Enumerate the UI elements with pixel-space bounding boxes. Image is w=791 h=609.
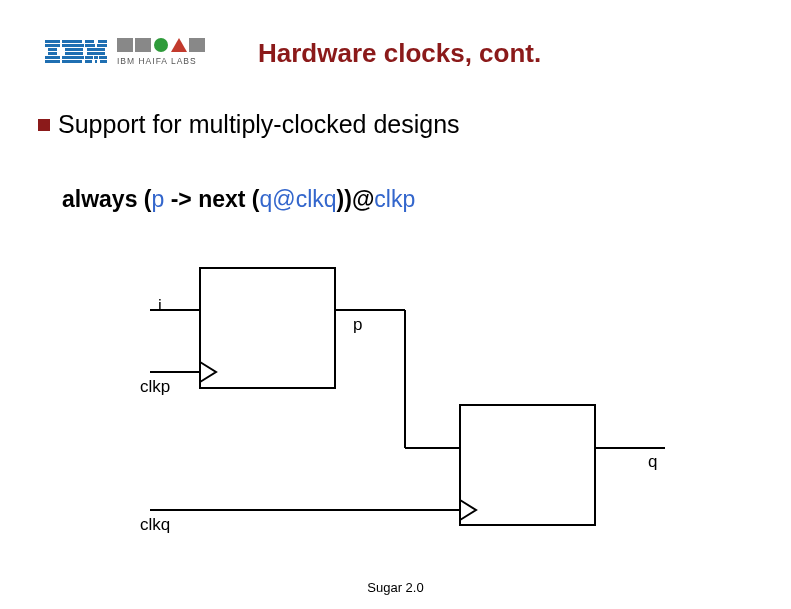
label-clkq: clkq — [140, 515, 170, 535]
label-i: i — [158, 296, 162, 316]
flipflop-p-box — [200, 268, 335, 388]
clock-notch-p — [200, 362, 216, 382]
label-p: p — [353, 315, 362, 335]
block-diagram — [0, 0, 791, 609]
slide-footer: Sugar 2.0 — [0, 580, 791, 595]
flipflop-q-box — [460, 405, 595, 525]
label-clkp: clkp — [140, 377, 170, 397]
label-q: q — [648, 452, 657, 472]
clock-notch-q — [460, 500, 476, 520]
